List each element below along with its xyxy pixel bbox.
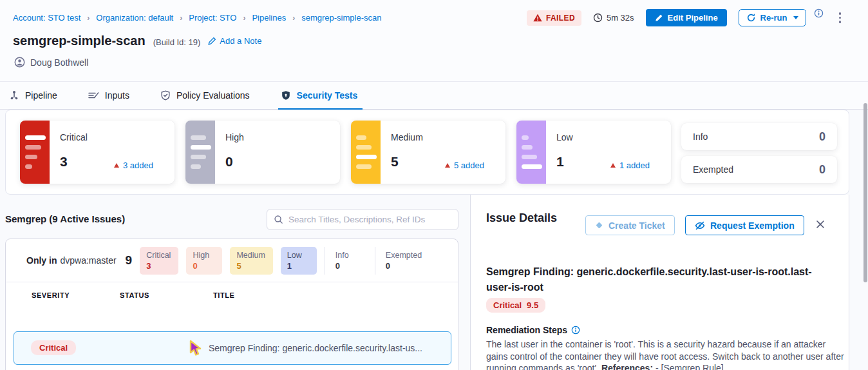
column-header-severity: SEVERITY — [32, 291, 70, 299]
add-note-link[interactable]: Add a Note — [208, 36, 261, 46]
eye-off-icon — [695, 221, 705, 230]
tab-inputs[interactable]: Inputs — [88, 82, 129, 109]
info-icon[interactable] — [814, 8, 824, 18]
tab-policy-evaluations[interactable]: Policy Evaluations — [160, 82, 250, 109]
chip-label: Exempted — [386, 251, 422, 260]
filter-chip-medium[interactable]: Medium 5 — [230, 247, 272, 275]
author: Doug Bothwell — [14, 57, 88, 68]
breadcrumb-account[interactable]: Account: STO test — [13, 13, 80, 23]
search-input[interactable] — [288, 215, 451, 224]
severity-card-label: Medium — [391, 132, 423, 142]
breadcrumb: Account: STO test › Organization: defaul… — [13, 13, 381, 23]
delta-label: 5 added — [454, 161, 484, 170]
page-header: Account: STO test › Organization: defaul… — [0, 0, 868, 81]
diamond-icon — [595, 221, 603, 229]
chip-label: Low — [287, 251, 309, 260]
medium-severity-bars-icon — [351, 121, 381, 184]
remediation-heading: Remediation Steps — [486, 325, 580, 335]
filter-chip-high[interactable]: High 0 — [186, 247, 222, 275]
chevron-down-icon — [793, 16, 798, 19]
tab-pipeline[interactable]: Pipeline — [9, 82, 57, 109]
duration-label: 5m 32s — [607, 13, 634, 23]
issue-details-panel: Issue Details Create Ticket Request Exem… — [470, 195, 849, 370]
remediation-heading-label: Remediation Steps — [486, 325, 567, 335]
severity-card-low[interactable]: Low 1 1 added — [516, 121, 671, 184]
duration: 5m 32s — [593, 13, 634, 23]
clock-icon — [593, 13, 603, 23]
issues-list-card: Only in dvpwa:master 9 Critical 3 High 0… — [5, 239, 458, 370]
high-severity-bars-icon — [185, 121, 215, 184]
severity-card-delta: 3 added — [114, 161, 153, 170]
more-options-kebab-icon[interactable] — [835, 10, 845, 26]
stat-card-label: Exempted — [693, 164, 733, 175]
issues-search[interactable] — [267, 209, 458, 230]
severity-card-value: 5 — [391, 154, 399, 170]
breadcrumb-chevron-icon: › — [243, 14, 245, 23]
close-icon[interactable] — [816, 220, 825, 229]
user-avatar-icon — [14, 57, 25, 68]
severity-score-badge: Critical 9.5 — [486, 298, 545, 313]
breadcrumb-current-pipeline[interactable]: semgrep-simple-scan — [301, 13, 381, 23]
inputs-icon — [88, 90, 99, 101]
severity-card-label: Critical — [60, 132, 88, 142]
stat-card-value: 0 — [819, 163, 826, 177]
chip-label: Info — [335, 251, 362, 260]
severity-card-delta: 5 added — [445, 161, 484, 170]
delta-label: 3 added — [123, 161, 153, 170]
rerun-label: Re-run — [760, 13, 788, 23]
severity-summary-band: Critical 3 3 added High 0 Medium 5 5 add… — [5, 110, 849, 195]
chip-label: Medium — [236, 251, 265, 260]
create-ticket-button[interactable]: Create Ticket — [585, 215, 675, 235]
severity-card-critical[interactable]: Critical 3 3 added — [20, 121, 175, 184]
tab-security-tests-label: Security Tests — [297, 90, 358, 101]
column-header-status: STATUS — [120, 291, 149, 299]
policy-shield-check-icon — [160, 90, 171, 101]
filter-chip-info[interactable]: Info 0 — [325, 247, 370, 275]
breadcrumb-project[interactable]: Project: STO — [189, 13, 236, 23]
chip-value: 0 — [386, 261, 422, 271]
scope-target: dvpwa:master — [60, 255, 116, 266]
author-name: Doug Bothwell — [30, 57, 88, 68]
references-label: References: — [601, 363, 653, 370]
vertical-scrollbar[interactable] — [863, 103, 867, 282]
breadcrumb-chevron-icon: › — [180, 14, 182, 23]
table-row[interactable]: Critical Semgrep Finding: generic.docker… — [14, 331, 451, 365]
chip-label: High — [193, 251, 214, 260]
scope-total-count: 9 — [126, 253, 133, 268]
severity-card-high[interactable]: High 0 — [185, 121, 340, 184]
delta-up-triangle-icon — [445, 163, 450, 168]
delta-label: 1 added — [619, 161, 650, 170]
chip-value: 5 — [236, 261, 265, 271]
low-severity-bars-icon — [516, 121, 546, 184]
stat-card-value: 0 — [819, 130, 826, 144]
filter-chip-critical[interactable]: Critical 3 — [140, 247, 178, 275]
severity-card-value: 1 — [556, 154, 564, 170]
search-icon — [274, 215, 283, 224]
breadcrumb-chevron-icon: › — [87, 14, 90, 23]
issues-filter-row: Only in dvpwa:master 9 Critical 3 High 0… — [6, 239, 458, 282]
tab-security-tests[interactable]: Security Tests — [281, 82, 358, 109]
breadcrumb-organization[interactable]: Organization: default — [96, 13, 173, 23]
edit-pipeline-button[interactable]: Edit Pipeline — [646, 9, 727, 26]
severity-score-label: Critical — [493, 300, 522, 310]
refresh-icon — [746, 13, 756, 23]
filter-chip-low[interactable]: Low 1 — [281, 247, 317, 275]
stat-card-exempted[interactable]: Exempted 0 — [681, 156, 837, 183]
request-exemption-button[interactable]: Request Exemption — [685, 215, 804, 235]
severity-score-value: 9.5 — [527, 300, 538, 310]
remediation-text: The last user in the container is 'root'… — [486, 338, 848, 370]
rerun-button[interactable]: Re-run — [739, 9, 806, 26]
critical-severity-bars-icon — [20, 121, 50, 184]
breadcrumb-pipelines[interactable]: Pipelines — [252, 13, 286, 23]
filter-chip-exempted[interactable]: Exempted 0 — [375, 247, 429, 275]
info-icon[interactable] — [571, 326, 580, 335]
severity-card-medium[interactable]: Medium 5 5 added — [351, 121, 505, 184]
breadcrumb-chevron-icon: › — [292, 14, 295, 23]
stat-card-info[interactable]: Info 0 — [681, 123, 837, 150]
row-severity-badge: Critical — [31, 340, 76, 355]
status-badge-label: FAILED — [546, 14, 575, 23]
severity-card-value: 3 — [60, 154, 68, 170]
stat-card-label: Info — [693, 131, 708, 142]
issues-heading: Semgrep (9 Active Issues) — [5, 213, 125, 224]
add-note-label: Add a Note — [220, 36, 261, 46]
